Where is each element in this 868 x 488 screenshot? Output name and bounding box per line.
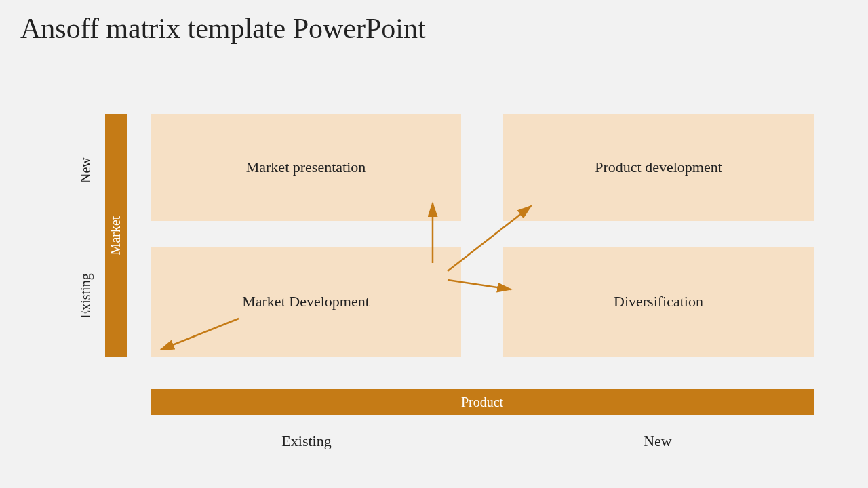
- arrows-overlay: [0, 0, 868, 488]
- quadrant-label: Market presentation: [246, 159, 366, 176]
- product-axis-existing-label: Existing: [239, 432, 374, 450]
- product-axis-bar: Product: [151, 389, 814, 415]
- market-axis-existing-label: Existing: [78, 273, 94, 319]
- quadrant-diversification: Diversification: [503, 247, 814, 357]
- slide-title: Ansoff matrix template PowerPoint: [20, 12, 426, 45]
- quadrant-product-development: Product development: [503, 114, 814, 221]
- market-axis-label: Market: [108, 216, 124, 255]
- product-axis-label: Product: [461, 394, 503, 410]
- market-axis-new-label: New: [78, 157, 94, 183]
- quadrant-label: Product development: [595, 159, 722, 176]
- market-axis-bar: Market: [105, 114, 127, 357]
- quadrant-market-development: Market Development: [151, 247, 461, 357]
- quadrant-label: Market Development: [242, 293, 370, 310]
- quadrant-market-presentation: Market presentation: [151, 114, 461, 221]
- quadrant-label: Diversification: [614, 293, 703, 310]
- slide: Ansoff matrix template PowerPoint Market…: [0, 0, 868, 488]
- product-axis-new-label: New: [590, 432, 726, 450]
